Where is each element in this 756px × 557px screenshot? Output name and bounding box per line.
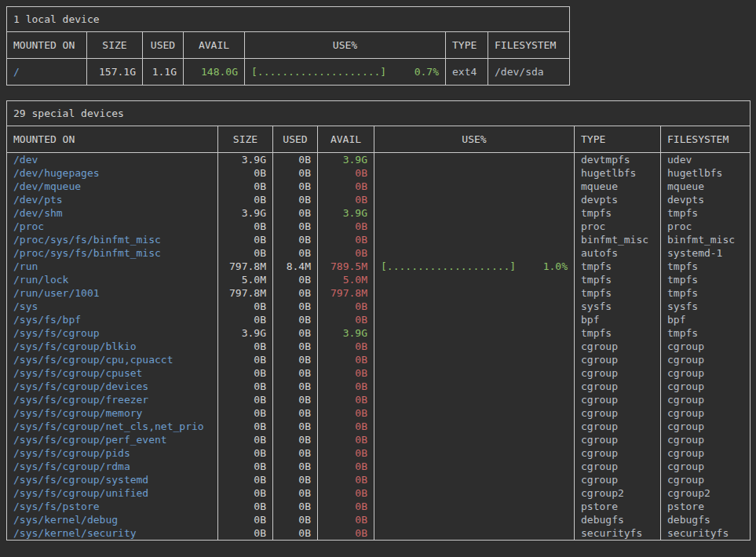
column-header-avail: AVAIL [184, 32, 245, 59]
cell-mount-point: /sys/fs/cgroup/net_cls,net_prio [7, 420, 218, 433]
cell-filesystem: udev [661, 153, 751, 167]
cell-filesystem: cgroup [661, 473, 751, 486]
table-row: /proc/sys/fs/binfmt_misc 0B 0B 0B autofs… [7, 246, 751, 260]
table-row: /run/lock 5.0M 0B 5.0M tmpfs tmpfs [7, 273, 751, 286]
cell-used: 0B [273, 286, 318, 300]
cell-filesystem: /dev/sda [488, 59, 570, 86]
cell-type: tmpfs [575, 326, 661, 340]
cell-use-percent [374, 220, 575, 233]
cell-used: 0B [273, 340, 318, 353]
table-title-row: 1 local device [7, 7, 570, 32]
cell-type: mqueue [575, 180, 661, 193]
table-header-row: MOUNTED ON SIZE USED AVAIL USE% TYPE FIL… [7, 126, 751, 153]
local-devices-table-body: / 157.1G 1.1G 148.0G [..................… [7, 59, 570, 86]
cell-used: 0B [273, 313, 318, 326]
table-row: /dev/pts 0B 0B 0B devpts devpts [7, 193, 751, 206]
cell-filesystem: tmpfs [661, 273, 751, 286]
cell-filesystem: cgroup [661, 340, 751, 353]
cell-filesystem: proc [661, 220, 751, 233]
table-row: /sys/kernel/security 0B 0B 0B securityfs… [7, 526, 751, 541]
cell-avail: 789.5M [318, 260, 374, 273]
cell-avail: 148.0G [184, 59, 245, 86]
cell-mount-point: /sys/fs/cgroup/perf_event [7, 433, 218, 446]
cell-use-percent [374, 326, 575, 340]
cell-size: 0B [218, 406, 273, 420]
cell-mount-point: /run [7, 260, 218, 273]
cell-use-percent [374, 473, 575, 486]
usage-bar: [....................] 1.0% [381, 260, 568, 273]
cell-size: 0B [218, 486, 273, 500]
cell-avail: 0B [318, 433, 374, 446]
cell-type: tmpfs [575, 206, 661, 220]
cell-size: 0B [218, 353, 273, 366]
cell-mount-point: /sys/fs/cgroup/cpu,cpuacct [7, 353, 218, 366]
column-header-use-percent: USE% [245, 32, 446, 59]
cell-size: 0B [218, 366, 273, 380]
table-row: /sys/fs/cgroup 3.9G 0B 3.9G tmpfs tmpfs [7, 326, 751, 340]
cell-size: 0B [218, 300, 273, 313]
cell-use-percent [374, 433, 575, 446]
cell-used: 0B [273, 153, 318, 167]
cell-mount-point: /dev/shm [7, 206, 218, 220]
cell-type: hugetlbfs [575, 166, 661, 180]
table-row: /sys/fs/cgroup/freezer 0B 0B 0B cgroup c… [7, 393, 751, 406]
cell-use-percent [374, 513, 575, 526]
special-devices-table-body: /dev 3.9G 0B 3.9G devtmpfs udev /dev/hug… [7, 153, 751, 541]
cell-mount-point: /proc [7, 220, 218, 233]
cell-mount-point: /proc/sys/fs/binfmt_misc [7, 233, 218, 246]
cell-type: cgroup [575, 460, 661, 473]
cell-size: 0B [218, 446, 273, 460]
cell-filesystem: bpf [661, 313, 751, 326]
cell-used: 8.4M [273, 260, 318, 273]
table-row: /dev/hugepages 0B 0B 0B hugetlbfs hugetl… [7, 166, 751, 180]
column-header-used: USED [143, 32, 184, 59]
local-devices-table: 1 local device MOUNTED ON SIZE USED AVAI… [6, 6, 570, 86]
cell-type: debugfs [575, 513, 661, 526]
cell-mount-point: /dev/mqueue [7, 180, 218, 193]
cell-filesystem: cgroup [661, 366, 751, 380]
cell-use-percent [374, 526, 575, 541]
usage-bar: [....................] 0.7% [251, 65, 439, 78]
table-row: /sys/fs/pstore 0B 0B 0B pstore pstore [7, 500, 751, 513]
column-header-size: SIZE [218, 126, 273, 153]
cell-mount-point: / [7, 59, 87, 86]
table-row: /sys/fs/cgroup/systemd 0B 0B 0B cgroup c… [7, 473, 751, 486]
cell-use-percent [374, 366, 575, 380]
column-header-mounted-on: MOUNTED ON [7, 32, 87, 59]
cell-avail: 0B [318, 313, 374, 326]
table-row: /sys/kernel/debug 0B 0B 0B debugfs debug… [7, 513, 751, 526]
column-header-size: SIZE [87, 32, 143, 59]
cell-filesystem: binfmt_misc [661, 233, 751, 246]
cell-use-percent [374, 233, 575, 246]
cell-type: cgroup [575, 393, 661, 406]
cell-used: 0B [273, 233, 318, 246]
cell-mount-point: /sys/fs/bpf [7, 313, 218, 326]
cell-size: 3.9G [218, 326, 273, 340]
cell-avail: 0B [318, 233, 374, 246]
cell-used: 0B [273, 406, 318, 420]
cell-size: 0B [218, 420, 273, 433]
cell-used: 0B [273, 166, 318, 180]
cell-filesystem: tmpfs [661, 206, 751, 220]
cell-mount-point: /run/user/1001 [7, 286, 218, 300]
table-row: /sys/fs/cgroup/memory 0B 0B 0B cgroup cg… [7, 406, 751, 420]
cell-use-percent [374, 446, 575, 460]
cell-type: tmpfs [575, 286, 661, 300]
cell-mount-point: /sys/kernel/security [7, 526, 218, 541]
cell-used: 0B [273, 420, 318, 433]
cell-type: cgroup [575, 446, 661, 460]
table-row: /sys/fs/cgroup/cpu,cpuacct 0B 0B 0B cgro… [7, 353, 751, 366]
cell-filesystem: tmpfs [661, 326, 751, 340]
cell-type: cgroup [575, 420, 661, 433]
cell-filesystem: hugetlbfs [661, 166, 751, 180]
cell-used: 0B [273, 193, 318, 206]
table-row: /run/user/1001 797.8M 0B 797.8M tmpfs tm… [7, 286, 751, 300]
cell-type: cgroup [575, 406, 661, 420]
cell-use-percent: [....................] 1.0% [374, 260, 575, 273]
cell-type: cgroup [575, 473, 661, 486]
cell-avail: 0B [318, 486, 374, 500]
cell-use-percent [374, 166, 575, 180]
cell-mount-point: /sys/fs/cgroup/cpuset [7, 366, 218, 380]
cell-avail: 0B [318, 366, 374, 380]
cell-use-percent [374, 380, 575, 393]
